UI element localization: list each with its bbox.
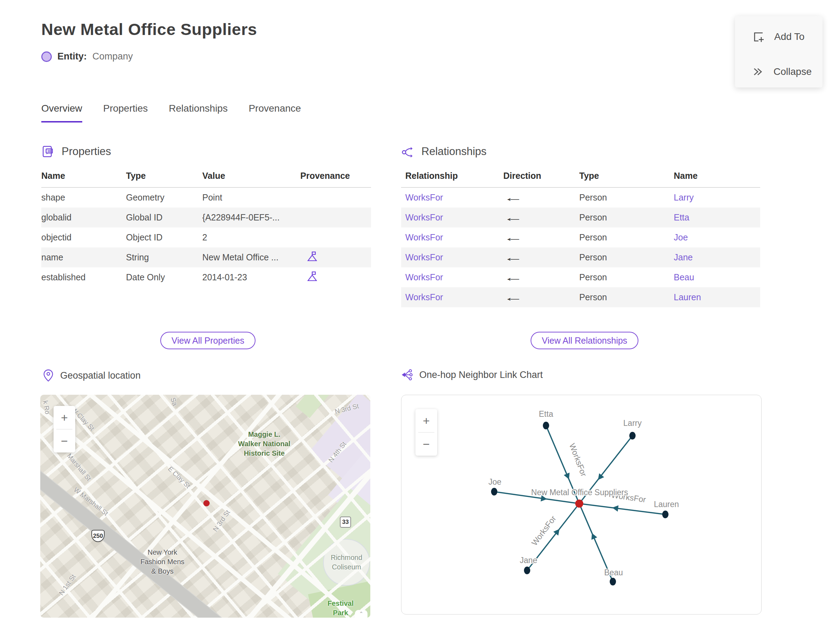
provenance-flag-icon[interactable] (307, 271, 318, 282)
map-zoom-control: + − (54, 406, 75, 453)
entity-link[interactable]: Larry (674, 192, 760, 203)
rel-type: Person (579, 252, 674, 262)
place-label-coliseum: Richmond Coliseum (331, 553, 362, 572)
direction-arrow: ← (503, 272, 523, 283)
entity-link[interactable]: Jane (674, 252, 760, 262)
relationships-section-title: Relationships (422, 145, 487, 158)
relationship-link[interactable]: WorksFor (401, 232, 503, 243)
rel-type: Person (579, 272, 674, 282)
table-row: shape Geometry Point (41, 188, 371, 208)
prop-name: globalid (41, 212, 126, 223)
place-label-festival-park: Festival Park (326, 599, 356, 618)
entity-link[interactable]: Joe (674, 232, 760, 243)
prop-name: established (41, 272, 126, 282)
entity-summary: Entity: Company (41, 51, 133, 62)
tab-provenance[interactable]: Provenance (248, 103, 301, 122)
node-label: Jane (520, 556, 537, 565)
provenance-flag-icon[interactable] (307, 251, 318, 262)
node-label: Lauren (654, 500, 679, 509)
link-chart-canvas: WorksFor WorksFor WorksFor Etta Larry Jo… (401, 395, 762, 615)
entity-link[interactable]: Etta (674, 212, 760, 223)
action-menu: Add To Collapse (735, 16, 822, 87)
table-row: established Date Only 2014-01-23 (41, 267, 371, 287)
table-row: WorksFor ← Person Lauren (401, 287, 760, 307)
rel-type: Person (579, 192, 674, 203)
relationship-link[interactable]: WorksFor (401, 272, 503, 282)
entity-link[interactable]: Beau (674, 272, 760, 282)
direction-arrow: ← (503, 291, 523, 304)
prop-name: shape (41, 192, 126, 203)
table-row: WorksFor ← Person Etta (401, 208, 760, 227)
col-provenance: Provenance (300, 171, 371, 181)
map-zoom-in-button[interactable]: + (54, 406, 75, 429)
prop-type: String (126, 252, 202, 262)
view-all-relationships-button[interactable]: View All Relationships (531, 332, 638, 349)
relationships-icon (401, 145, 414, 158)
map-pin-icon (43, 369, 54, 382)
prop-type: Object ID (126, 232, 202, 243)
relationships-table-header: Relationship Direction Type Name (401, 167, 760, 188)
chart-zoom-out-button[interactable]: − (415, 432, 437, 456)
col-relationship: Relationship (401, 171, 503, 181)
one-hop-link-chart[interactable]: WorksFor WorksFor WorksFor Etta Larry Jo… (401, 395, 762, 615)
edge-label: WorksFor (568, 442, 589, 478)
table-row: globalid Global ID {A228944F-0EF5-... (41, 208, 371, 227)
tab-properties[interactable]: Properties (103, 103, 148, 122)
add-to-button[interactable]: Add To (735, 24, 822, 50)
relationships-table: Relationship Direction Type Name WorksFo… (401, 167, 760, 307)
center-node-label: New Metal Office Suppliers (531, 488, 628, 497)
prop-value: Point (202, 192, 300, 203)
direction-arrow: ← (503, 212, 523, 224)
direction-arrow: ← (503, 232, 523, 243)
collapse-icon (752, 66, 764, 78)
view-all-properties-button[interactable]: View All Properties (160, 332, 256, 349)
relationship-link[interactable]: WorksFor (401, 252, 503, 262)
table-row: WorksFor ← Person Jane (401, 247, 760, 267)
table-row: WorksFor ← Person Beau (401, 267, 760, 287)
rel-type: Person (579, 292, 674, 302)
linkchart-section-title: One-hop Neighbor Link Chart (419, 370, 543, 380)
tab-bar: Overview Properties Relationships Proven… (41, 103, 301, 122)
collapse-button[interactable]: Collapse (735, 59, 822, 85)
node-labels: Etta Larry Joe Lauren Jane Beau New Meta… (488, 409, 679, 577)
col-direction: Direction (503, 171, 579, 181)
edge-label: WorksFor (530, 514, 558, 547)
map-attribution-toggle[interactable]: ⌃ (355, 610, 368, 618)
properties-section-header: Properties (41, 145, 111, 158)
map-zoom-out-button[interactable]: − (54, 429, 75, 453)
geospatial-section-title: Geospatial location (60, 370, 141, 381)
table-row: WorksFor ← Person Joe (401, 227, 760, 247)
entity-location-marker[interactable] (204, 500, 210, 506)
entity-link[interactable]: Lauren (674, 292, 760, 302)
relationship-link[interactable]: WorksFor (401, 212, 503, 223)
entity-type-icon (41, 51, 52, 62)
table-row: objectid Object ID 2 (41, 227, 371, 247)
col-name: Name (41, 171, 126, 181)
tab-overview[interactable]: Overview (41, 103, 82, 122)
prop-name: name (41, 252, 126, 262)
table-row: name String New Metal Office ... (41, 247, 371, 267)
node-label: Etta (539, 409, 554, 418)
geospatial-map[interactable]: k Ro W Clay St Sa N 3rd St N 4th St Mars… (40, 395, 370, 618)
prop-value: {A228944F-0EF5-... (202, 212, 300, 223)
col-type: Type (579, 171, 674, 181)
relationship-link[interactable]: WorksFor (401, 292, 503, 302)
properties-table-header: Name Type Value Provenance (41, 167, 371, 188)
col-name: Name (674, 171, 760, 181)
rel-type: Person (579, 232, 674, 243)
relationship-link[interactable]: WorksFor (401, 192, 503, 203)
table-row: WorksFor ← Person Larry (401, 188, 760, 208)
node-joe (491, 488, 497, 496)
prop-value: 2 (202, 232, 300, 243)
node-jane (524, 567, 530, 574)
node-beau (610, 578, 616, 585)
page-title: New Metal Office Suppliers (41, 20, 257, 39)
prop-type: Geometry (126, 192, 202, 203)
prop-type: Global ID (126, 212, 202, 223)
tab-relationships[interactable]: Relationships (169, 103, 228, 122)
link-chart-icon (401, 369, 413, 381)
chart-zoom-in-button[interactable]: + (415, 409, 437, 432)
center-node[interactable] (575, 500, 584, 508)
col-value: Value (202, 171, 300, 181)
node-label: Larry (624, 418, 642, 428)
